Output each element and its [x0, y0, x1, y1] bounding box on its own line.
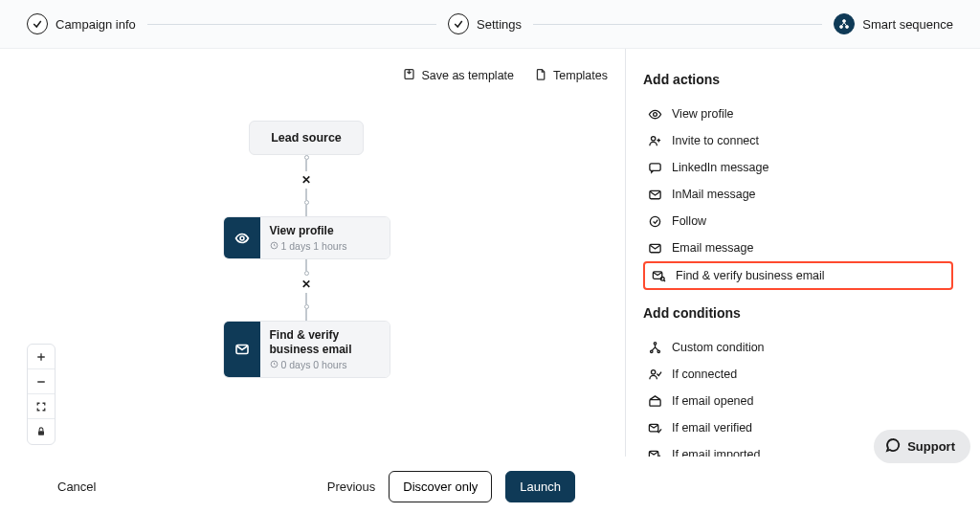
templates-button[interactable]: Templates: [535, 68, 608, 83]
stepper: Campaign info Settings Smart sequence: [0, 0, 980, 49]
save-as-template-label: Save as template: [421, 69, 514, 82]
launch-button[interactable]: Launch: [505, 471, 575, 502]
eye-icon: [224, 217, 260, 258]
zoom-in-button[interactable]: [28, 345, 55, 369]
step-label: Settings: [477, 17, 522, 32]
action-email-message[interactable]: Email message: [643, 234, 953, 261]
fit-button[interactable]: [28, 394, 55, 419]
condition-if-connected[interactable]: If connected: [643, 361, 953, 388]
file-icon: [535, 68, 547, 83]
step-campaign-info[interactable]: Campaign info: [27, 13, 136, 34]
flow-node-view-profile[interactable]: View profile 1 days 1 hours: [223, 216, 390, 259]
connector: ✕: [182, 259, 431, 321]
svg-point-0: [843, 20, 846, 23]
lead-source-node[interactable]: Lead source: [249, 121, 364, 155]
step-divider: [147, 24, 436, 25]
footer: Cancel Previous Discover only Launch: [0, 459, 980, 513]
svg-point-19: [650, 216, 659, 226]
close-icon[interactable]: ✕: [301, 173, 311, 187]
svg-rect-28: [649, 399, 659, 406]
message-icon: [647, 160, 662, 175]
svg-line-23: [663, 279, 664, 280]
action-label: Invite to connect: [672, 134, 759, 147]
condition-custom[interactable]: Custom condition: [643, 334, 953, 361]
canvas[interactable]: Save as template Templates Lead source ✕: [0, 49, 626, 457]
clock-icon: [270, 359, 278, 370]
svg-point-1: [840, 26, 843, 29]
svg-point-5: [240, 236, 244, 240]
step-label: Smart sequence: [862, 17, 953, 32]
node-meta: 1 days 1 hours: [281, 240, 347, 252]
flow-node-find-verify-email[interactable]: Find & verify business email 0 days 0 ho…: [223, 321, 390, 378]
condition-label: If email verified: [672, 421, 752, 435]
discover-only-button[interactable]: Discover only: [389, 471, 492, 502]
step-divider: [533, 24, 822, 25]
condition-label: If connected: [672, 368, 737, 381]
condition-label: Custom condition: [672, 341, 765, 354]
branch-icon: [647, 340, 662, 355]
clock-icon: [270, 240, 278, 252]
mail-search-icon: [651, 268, 666, 283]
svg-point-24: [654, 342, 656, 344]
lead-source-label: Lead source: [271, 131, 342, 145]
cancel-button[interactable]: Cancel: [57, 480, 96, 494]
step-settings[interactable]: Settings: [448, 13, 522, 34]
close-icon[interactable]: ✕: [301, 278, 311, 291]
action-linkedin-message[interactable]: LinkedIn message: [643, 154, 953, 181]
templates-label: Templates: [553, 69, 608, 82]
zoom-out-button[interactable]: [28, 369, 55, 394]
action-invite-to-connect[interactable]: Invite to connect: [643, 127, 953, 154]
action-follow[interactable]: Follow: [643, 208, 953, 234]
action-label: Follow: [672, 214, 706, 228]
follow-icon: [647, 213, 662, 229]
node-title: Find & verify business email: [270, 328, 380, 357]
chat-icon: [885, 437, 901, 456]
user-plus-icon: [647, 133, 662, 148]
svg-point-2: [846, 26, 849, 29]
condition-if-email-opened[interactable]: If email opened: [643, 388, 953, 414]
support-widget[interactable]: Support: [874, 430, 970, 463]
svg-point-14: [651, 136, 655, 140]
mail-import-icon: [647, 447, 662, 457]
lock-button[interactable]: [28, 419, 55, 444]
check-icon: [448, 13, 469, 34]
mail-icon: [647, 240, 662, 256]
mail-open-icon: [647, 393, 662, 409]
node-meta: 0 days 0 hours: [281, 359, 347, 370]
node-title: View profile: [270, 224, 380, 238]
actions-list: View profile Invite to connect LinkedIn …: [643, 100, 953, 290]
action-label: Email message: [672, 241, 753, 255]
connector: ✕: [182, 155, 431, 216]
action-label: InMail message: [672, 188, 756, 201]
save-icon: [403, 68, 415, 83]
action-find-verify-email[interactable]: Find & verify business email: [643, 261, 953, 290]
action-label: View profile: [672, 107, 733, 121]
inmail-icon: [647, 187, 662, 202]
action-label: LinkedIn message: [672, 161, 768, 174]
user-check-icon: [647, 367, 662, 382]
mail-icon: [224, 322, 260, 377]
condition-label: If email opened: [672, 394, 753, 408]
previous-button[interactable]: Previous: [327, 480, 376, 494]
step-label: Campaign info: [56, 17, 136, 32]
condition-label: If email imported: [672, 448, 760, 457]
svg-rect-17: [649, 163, 659, 170]
add-conditions-header: Add conditions: [643, 305, 953, 321]
save-as-template-button[interactable]: Save as template: [403, 68, 514, 83]
mail-check-icon: [647, 420, 662, 435]
zoom-controls: [27, 344, 56, 445]
action-label: Find & verify business email: [676, 269, 825, 282]
support-label: Support: [907, 439, 955, 454]
add-actions-header: Add actions: [643, 72, 953, 87]
action-inmail-message[interactable]: InMail message: [643, 181, 953, 208]
svg-point-22: [660, 277, 664, 280]
sequence-icon: [834, 13, 855, 34]
svg-rect-12: [38, 431, 44, 435]
action-view-profile[interactable]: View profile: [643, 100, 953, 127]
svg-point-27: [651, 369, 655, 373]
check-icon: [27, 13, 48, 34]
eye-icon: [647, 106, 662, 122]
svg-point-13: [653, 112, 657, 116]
sidebar: Add actions View profile Invite to conne…: [626, 49, 980, 457]
step-smart-sequence[interactable]: Smart sequence: [834, 13, 953, 34]
